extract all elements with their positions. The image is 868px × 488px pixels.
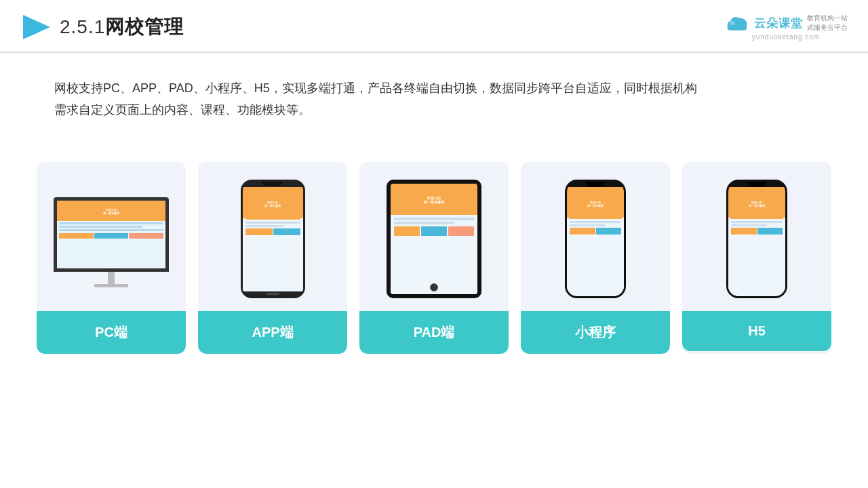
pad-mockup: 职进人的第一堂兴趣课 xyxy=(387,180,481,298)
card-pad: 职进人的第一堂兴趣课 xyxy=(359,162,509,354)
mini-phone-mockup: 职进人的第一堂兴趣课 xyxy=(565,180,626,298)
app-phone-mockup: 职进人的第一堂兴趣课 xyxy=(241,180,305,298)
logo-cloud: 云朵课堂 教育机构一站式服务云平台 xyxy=(724,14,848,33)
logo-text-cn: 云朵课堂 xyxy=(754,16,803,31)
description-text: 网校支持PC、APP、PAD、小程序、H5，实现多端打通，产品各终端自由切换，数… xyxy=(54,77,814,121)
h5-notch xyxy=(747,182,766,187)
card-mini-image: 职进人的第一堂兴趣课 xyxy=(521,162,670,311)
phone-screen: 职进人的第一堂兴趣课 xyxy=(243,187,303,291)
card-h5-image: 职进人的第一堂兴趣课 xyxy=(682,162,831,311)
play-icon xyxy=(20,12,50,42)
logo-area: 云朵课堂 教育机构一站式服务云平台 yunduoketang.com xyxy=(724,14,848,41)
phone-home xyxy=(266,293,279,295)
card-h5: 职进人的第一堂兴趣课 H5 xyxy=(682,162,831,354)
card-h5-label: H5 xyxy=(682,311,831,351)
pad-home-btn xyxy=(430,283,438,291)
svg-rect-4 xyxy=(728,25,747,30)
card-mini-label: 小程序 xyxy=(521,311,670,354)
card-pc-image: 职进人的第一堂兴趣课 xyxy=(37,162,186,311)
pad-screen: 职进人的第一堂兴趣课 xyxy=(391,184,477,294)
logo-url: yunduoketang.com xyxy=(752,33,821,41)
phone-notch xyxy=(262,182,283,186)
svg-point-5 xyxy=(730,21,735,25)
mini-screen: 职进人的第一堂兴趣课 xyxy=(567,187,624,296)
description: 网校支持PC、APP、PAD、小程序、H5，实现多端打通，产品各终端自由切换，数… xyxy=(0,53,868,135)
svg-marker-0 xyxy=(23,15,50,39)
card-app-label: APP端 xyxy=(198,311,347,354)
header: 2.5.12.5.1网校管理网校管理 云朵课堂 教育机构一站式服务云平台 yun… xyxy=(0,0,868,53)
monitor-base xyxy=(94,284,128,287)
page-title: 2.5.12.5.1网校管理网校管理 xyxy=(60,14,184,40)
card-pad-label: PAD端 xyxy=(359,311,509,354)
card-app: 职进人的第一堂兴趣课 AP xyxy=(198,162,347,354)
card-pc: 职进人的第一堂兴趣课 xyxy=(37,162,186,354)
header-left: 2.5.12.5.1网校管理网校管理 xyxy=(20,12,184,42)
logo-tagline: 教育机构一站式服务云平台 xyxy=(807,14,848,33)
card-app-image: 职进人的第一堂兴趣课 xyxy=(198,162,347,311)
h5-phone-mockup: 职进人的第一堂兴趣课 xyxy=(726,180,787,298)
monitor-stand xyxy=(108,272,115,284)
card-pad-image: 职进人的第一堂兴趣课 xyxy=(359,162,509,311)
h5-screen: 职进人的第一堂兴趣课 xyxy=(728,187,785,296)
monitor-screen: 职进人的第一堂兴趣课 xyxy=(54,197,169,272)
card-pc-label: PC端 xyxy=(37,311,186,354)
mini-notch xyxy=(586,182,605,187)
cards-container: 职进人的第一堂兴趣课 xyxy=(0,142,868,354)
pc-monitor: 职进人的第一堂兴趣课 xyxy=(54,197,169,287)
cloud-logo-icon xyxy=(724,14,750,33)
card-mini: 职进人的第一堂兴趣课 小程序 xyxy=(521,162,670,354)
